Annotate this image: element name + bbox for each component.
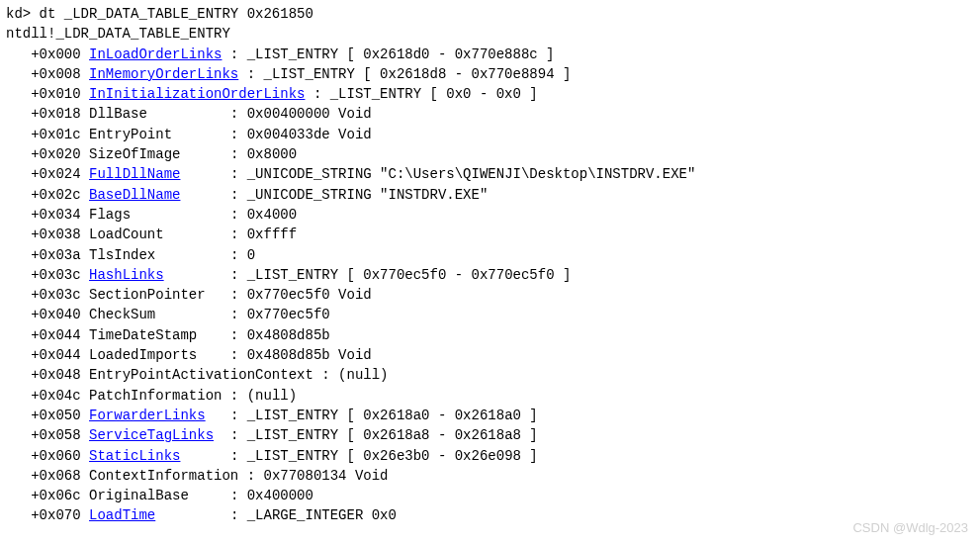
separator: : bbox=[230, 307, 247, 322]
separator: : bbox=[247, 468, 264, 484]
field-offset: +0x000 bbox=[31, 46, 89, 62]
prompt: kd> bbox=[6, 6, 40, 22]
struct-entries: +0x000 InLoadOrderLinks : _LIST_ENTRY [ … bbox=[6, 45, 974, 526]
separator: : bbox=[230, 127, 247, 142]
field-name: LoadedImports bbox=[89, 347, 197, 363]
field-name: Flags bbox=[89, 207, 131, 223]
struct-field-row: +0x050 ForwarderLinks : _LIST_ENTRY [ 0x… bbox=[6, 406, 974, 425]
indent bbox=[6, 408, 31, 423]
field-value: _LIST_ENTRY [ 0x0 - 0x0 ] bbox=[330, 86, 538, 102]
field-value: 0xffff bbox=[247, 227, 297, 242]
indent bbox=[6, 427, 31, 443]
pad bbox=[131, 207, 230, 223]
pad bbox=[222, 46, 229, 62]
field-offset: +0x02c bbox=[31, 187, 89, 203]
struct-header: ntdll!_LDR_DATA_TABLE_ENTRY bbox=[6, 24, 974, 44]
separator: : bbox=[230, 448, 247, 464]
pad bbox=[189, 488, 230, 503]
struct-field-row: +0x000 InLoadOrderLinks : _LIST_ENTRY [ … bbox=[6, 45, 974, 64]
indent bbox=[6, 106, 31, 122]
struct-field-row: +0x03c SectionPointer : 0x770ec5f0 Void bbox=[6, 285, 974, 305]
pad bbox=[155, 507, 230, 523]
pad bbox=[172, 127, 230, 142]
pad bbox=[214, 427, 230, 443]
field-value: 0x8000 bbox=[247, 146, 297, 162]
indent bbox=[6, 347, 31, 363]
separator: : bbox=[230, 388, 247, 404]
pad bbox=[180, 187, 229, 203]
struct-field-row: +0x018 DllBase : 0x00400000 Void bbox=[6, 104, 974, 124]
field-value: _LIST_ENTRY [ 0x770ec5f0 - 0x770ec5f0 ] bbox=[247, 267, 572, 283]
struct-field-row: +0x008 InMemoryOrderLinks : _LIST_ENTRY … bbox=[6, 64, 974, 84]
field-offset: +0x040 bbox=[31, 307, 89, 322]
field-offset: +0x06c bbox=[31, 488, 89, 503]
struct-field-row: +0x034 Flags : 0x4000 bbox=[6, 205, 974, 225]
field-offset: +0x044 bbox=[31, 347, 89, 363]
separator: : bbox=[247, 66, 264, 82]
indent bbox=[6, 327, 31, 343]
field-name: EntryPoint bbox=[89, 127, 172, 142]
indent bbox=[6, 448, 31, 464]
struct-field-row: +0x044 LoadedImports : 0x4808d85b Void bbox=[6, 345, 974, 365]
field-name[interactable]: FullDllName bbox=[89, 166, 180, 182]
field-name[interactable]: StaticLinks bbox=[89, 448, 180, 464]
field-offset: +0x01c bbox=[31, 127, 89, 142]
field-value: _LIST_ENTRY [ 0x2618d8 - 0x770e8894 ] bbox=[263, 66, 571, 82]
struct-field-row: +0x01c EntryPoint : 0x004033de Void bbox=[6, 125, 974, 144]
pad bbox=[180, 166, 229, 182]
field-name: LoadCount bbox=[89, 227, 164, 242]
struct-field-row: +0x060 StaticLinks : _LIST_ENTRY [ 0x26e… bbox=[6, 446, 974, 466]
indent bbox=[6, 146, 31, 162]
field-name[interactable]: ForwarderLinks bbox=[89, 408, 206, 423]
struct-field-row: +0x04c PatchInformation : (null) bbox=[6, 386, 974, 406]
field-name[interactable]: HashLinks bbox=[89, 267, 164, 283]
field-value: 0x004033de Void bbox=[247, 127, 372, 142]
struct-field-row: +0x03c HashLinks : _LIST_ENTRY [ 0x770ec… bbox=[6, 265, 974, 285]
field-value: _UNICODE_STRING "C:\Users\QIWENJI\Deskto… bbox=[247, 166, 696, 182]
indent bbox=[6, 227, 31, 242]
indent bbox=[6, 287, 31, 303]
field-value: 0x00400000 Void bbox=[247, 106, 372, 122]
separator: : bbox=[230, 347, 247, 363]
field-name[interactable]: InLoadOrderLinks bbox=[89, 46, 222, 62]
struct-field-row: +0x040 CheckSum : 0x770ec5f0 bbox=[6, 305, 974, 324]
struct-field-row: +0x048 EntryPointActivationContext : (nu… bbox=[6, 365, 974, 385]
struct-field-row: +0x044 TimeDateStamp : 0x4808d85b bbox=[6, 325, 974, 345]
indent bbox=[6, 307, 31, 322]
field-name[interactable]: LoadTime bbox=[89, 507, 155, 523]
field-value: _LIST_ENTRY [ 0x2618a0 - 0x2618a0 ] bbox=[247, 408, 538, 423]
pad bbox=[238, 468, 246, 484]
indent bbox=[6, 46, 31, 62]
separator: : bbox=[230, 507, 247, 523]
field-value: (null) bbox=[338, 367, 388, 383]
field-offset: +0x070 bbox=[31, 507, 89, 523]
separator: : bbox=[230, 327, 247, 343]
separator: : bbox=[230, 267, 247, 283]
separator: : bbox=[321, 367, 338, 383]
field-value: 0x77080134 Void bbox=[263, 468, 388, 484]
pad bbox=[155, 307, 230, 322]
field-name: SizeOfImage bbox=[89, 146, 180, 162]
field-name: DllBase bbox=[89, 106, 147, 122]
indent bbox=[6, 207, 31, 223]
struct-field-row: +0x03a TlsIndex : 0 bbox=[6, 245, 974, 265]
separator: : bbox=[230, 247, 247, 263]
pad bbox=[180, 448, 229, 464]
pad bbox=[164, 227, 230, 242]
struct-field-row: +0x068 ContextInformation : 0x77080134 V… bbox=[6, 466, 974, 486]
field-value: _LIST_ENTRY [ 0x26e3b0 - 0x26e098 ] bbox=[247, 448, 538, 464]
pad bbox=[238, 66, 246, 82]
field-name[interactable]: BaseDllName bbox=[89, 187, 180, 203]
field-name[interactable]: ServiceTagLinks bbox=[89, 427, 214, 443]
field-offset: +0x038 bbox=[31, 227, 89, 242]
field-offset: +0x034 bbox=[31, 207, 89, 223]
field-name: CheckSum bbox=[89, 307, 155, 322]
struct-field-row: +0x024 FullDllName : _UNICODE_STRING "C:… bbox=[6, 164, 974, 184]
separator: : bbox=[230, 287, 247, 303]
field-value: 0x4808d85b bbox=[247, 327, 330, 343]
field-value: 0x400000 bbox=[247, 488, 313, 503]
separator: : bbox=[230, 427, 247, 443]
field-name[interactable]: InInitializationOrderLinks bbox=[89, 86, 305, 102]
field-name[interactable]: InMemoryOrderLinks bbox=[89, 66, 238, 82]
indent bbox=[6, 247, 31, 263]
